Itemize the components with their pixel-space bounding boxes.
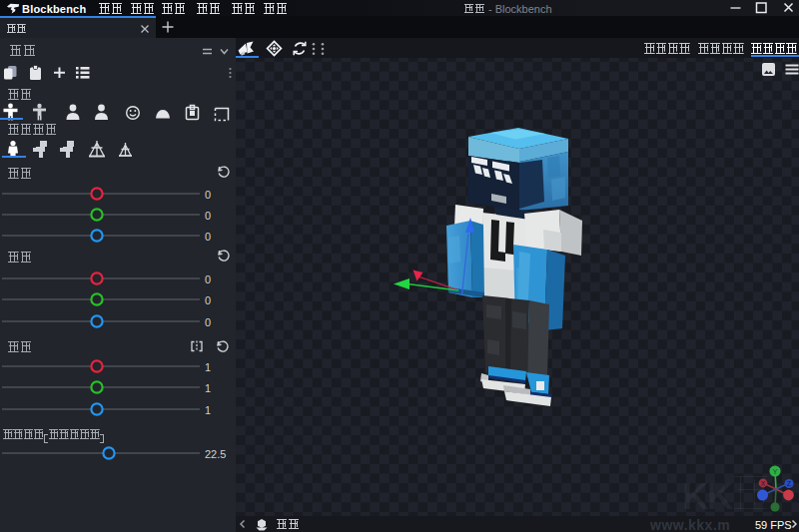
svg-text:Z: Z	[787, 480, 792, 487]
svg-text:Y: Y	[773, 468, 778, 475]
svg-text:X: X	[761, 480, 766, 487]
